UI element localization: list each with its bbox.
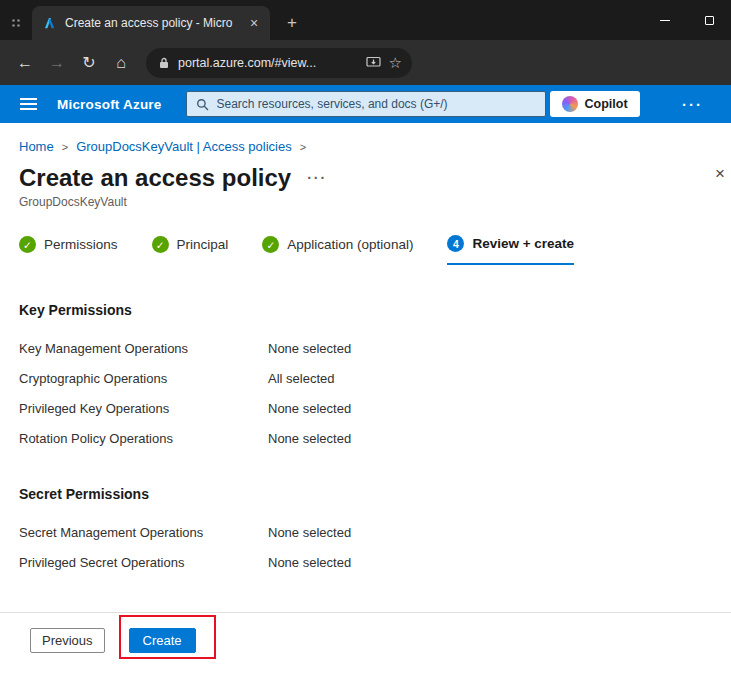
site-info-icon[interactable] (158, 57, 170, 69)
page-header: Create an access policy ··· × (0, 154, 731, 192)
permission-value: None selected (268, 525, 351, 541)
permission-label: Secret Management Operations (19, 525, 268, 541)
tab-review-create[interactable]: 4 Review + create (447, 235, 574, 265)
minimize-icon (660, 20, 670, 21)
maximize-button[interactable] (687, 0, 731, 40)
permission-label: Privileged Key Operations (19, 401, 268, 417)
permission-row: Rotation Policy Operations None selected (0, 431, 731, 447)
portal-more-icon[interactable]: ··· (682, 96, 703, 113)
back-icon[interactable]: ← (10, 48, 40, 78)
permission-value: All selected (268, 371, 334, 387)
breadcrumb: Home > GroupDocsKeyVault | Access polici… (0, 123, 731, 154)
url-text[interactable]: portal.azure.com/#view... (178, 56, 358, 70)
check-circle-icon: ✓ (262, 236, 279, 253)
tab-title: Create an access policy - Micro (65, 16, 237, 30)
browser-toolbar: ← → ↻ ⌂ portal.azure.com/#view... ☆ (0, 40, 731, 85)
permission-value: None selected (268, 431, 351, 447)
permission-label: Cryptographic Operations (19, 371, 268, 387)
permission-row: Privileged Key Operations None selected (0, 401, 731, 417)
breadcrumb-separator: > (62, 141, 68, 153)
page-title: Create an access policy (19, 164, 291, 192)
check-circle-icon: ✓ (152, 236, 169, 253)
wizard-tabs: ✓ Permissions ✓ Principal ✓ Application … (0, 209, 731, 265)
tab-principal[interactable]: ✓ Principal (152, 235, 229, 265)
permission-label: Key Management Operations (19, 341, 268, 357)
tab-permissions[interactable]: ✓ Permissions (19, 235, 118, 265)
footer-action-bar: Previous Create (0, 612, 731, 689)
tab-actions-menu-icon[interactable] (0, 6, 32, 40)
section-heading-key-permissions: Key Permissions (0, 302, 731, 318)
title-more-icon[interactable]: ··· (307, 170, 327, 186)
breadcrumb-home-link[interactable]: Home (19, 139, 54, 154)
address-bar[interactable]: portal.azure.com/#view... ☆ (146, 48, 412, 78)
tab-label: Review + create (472, 236, 574, 251)
favorite-star-icon[interactable]: ☆ (389, 54, 402, 72)
tab-label: Application (optional) (287, 237, 413, 252)
forward-icon[interactable]: → (42, 48, 72, 78)
copilot-button[interactable]: Copilot (550, 91, 640, 117)
window-controls (643, 0, 731, 40)
tab-application[interactable]: ✓ Application (optional) (262, 235, 413, 265)
search-icon (196, 98, 209, 111)
step-number-icon: 4 (447, 235, 464, 252)
azure-brand[interactable]: Microsoft Azure (57, 97, 162, 112)
azure-favicon-icon (42, 16, 57, 31)
copilot-label: Copilot (585, 97, 628, 111)
breadcrumb-vault-link[interactable]: GroupDocsKeyVault | Access policies (76, 139, 292, 154)
permission-value: None selected (268, 341, 351, 357)
azure-top-bar: Microsoft Azure Copilot ··· (0, 85, 731, 123)
tab-label: Permissions (44, 237, 118, 252)
refresh-icon[interactable]: ↻ (74, 48, 104, 78)
minimize-button[interactable] (643, 0, 687, 40)
tab-label: Principal (177, 237, 229, 252)
permission-row: Secret Management Operations None select… (0, 525, 731, 541)
create-button[interactable]: Create (129, 628, 196, 653)
permission-row: Cryptographic Operations All selected (0, 371, 731, 387)
previous-button[interactable]: Previous (30, 628, 105, 653)
breadcrumb-separator: > (300, 141, 306, 153)
section-heading-secret-permissions: Secret Permissions (0, 486, 731, 502)
permission-label: Privileged Secret Operations (19, 555, 268, 571)
browser-titlebar: Create an access policy - Micro × + (0, 0, 731, 40)
page-subtitle: GroupDocsKeyVault (0, 195, 731, 209)
portal-search-box[interactable] (186, 91, 546, 117)
check-circle-icon: ✓ (19, 236, 36, 253)
permission-row: Privileged Secret Operations None select… (0, 555, 731, 571)
permission-value: None selected (268, 401, 351, 417)
permission-value: None selected (268, 555, 351, 571)
send-to-device-icon[interactable] (366, 56, 381, 69)
search-input[interactable] (217, 97, 536, 111)
hamburger-menu-icon[interactable] (20, 98, 37, 110)
copilot-icon (562, 96, 578, 112)
permission-row: Key Management Operations None selected (0, 341, 731, 357)
blade-close-icon[interactable]: × (709, 164, 731, 184)
permission-label: Rotation Policy Operations (19, 431, 268, 447)
home-icon[interactable]: ⌂ (106, 48, 136, 78)
new-tab-button[interactable]: + (278, 9, 306, 37)
maximize-icon (705, 16, 714, 25)
browser-tab[interactable]: Create an access policy - Micro × (32, 6, 270, 40)
tab-close-icon[interactable]: × (245, 14, 263, 32)
